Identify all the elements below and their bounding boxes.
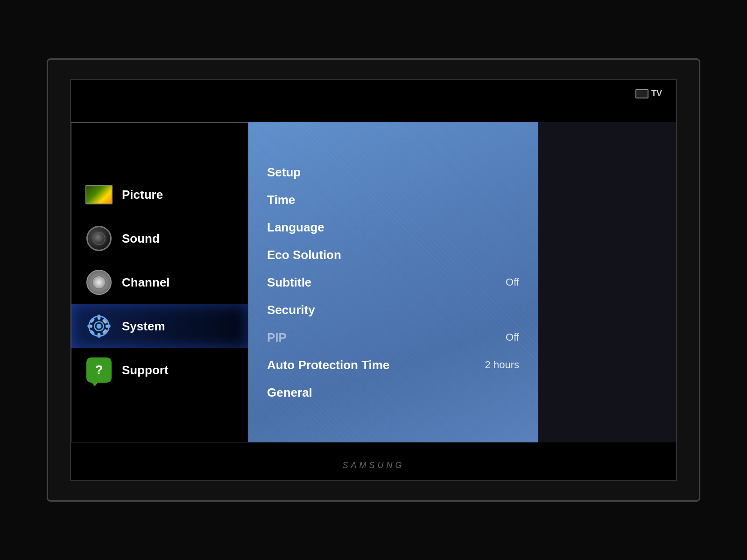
svg-point-12 (97, 324, 102, 329)
submenu-item-pip[interactable]: PIP Off (267, 324, 519, 351)
submenu-item-language[interactable]: Language (267, 214, 519, 241)
submenu-item-time[interactable]: Time (267, 186, 519, 214)
sidebar-item-support[interactable]: ? Support (71, 348, 248, 392)
tv-indicator-label: TV (651, 89, 662, 98)
submenu-item-security[interactable]: Security (267, 296, 519, 324)
sidebar-item-channel[interactable]: Channel (71, 260, 248, 304)
right-panel (538, 122, 676, 442)
support-icon: ? (85, 357, 113, 384)
sidebar-item-system[interactable]: System (71, 304, 248, 348)
tv-indicator: TV (635, 89, 662, 98)
picture-icon (85, 181, 113, 208)
tv-indicator-icon (635, 89, 648, 98)
sidebar-item-picture-label: Picture (122, 188, 163, 202)
svg-rect-3 (98, 333, 100, 337)
sidebar-item-system-label: System (122, 319, 165, 334)
samsung-brand: SAMSUNG (342, 461, 404, 470)
submenu-panel: Setup Time Language Eco Solution (248, 122, 538, 442)
sidebar-item-channel-label: Channel (122, 275, 170, 290)
sidebar-item-sound[interactable]: Sound (71, 217, 248, 260)
tv-frame: TV Picture (47, 58, 700, 502)
sidebar-item-picture[interactable]: Picture (71, 173, 248, 217)
submenu-item-general[interactable]: General (267, 379, 519, 406)
submenu-item-eco-solution[interactable]: Eco Solution (267, 241, 519, 269)
svg-rect-5 (106, 325, 110, 328)
svg-rect-2 (98, 315, 100, 320)
submenu-item-setup[interactable]: Setup (267, 159, 519, 186)
channel-icon (85, 269, 113, 296)
submenu-item-subtitle[interactable]: Subtitle Off (267, 269, 519, 296)
submenu-item-auto-protection-time[interactable]: Auto Protection Time 2 hours (267, 351, 519, 379)
menu-container: Picture Sound (71, 122, 676, 442)
sidebar: Picture Sound (71, 122, 248, 442)
tv-screen: TV Picture (70, 79, 677, 481)
sound-icon (85, 225, 113, 252)
system-icon (85, 313, 113, 340)
sidebar-item-sound-label: Sound (122, 231, 160, 246)
sidebar-item-support-label: Support (122, 363, 169, 378)
